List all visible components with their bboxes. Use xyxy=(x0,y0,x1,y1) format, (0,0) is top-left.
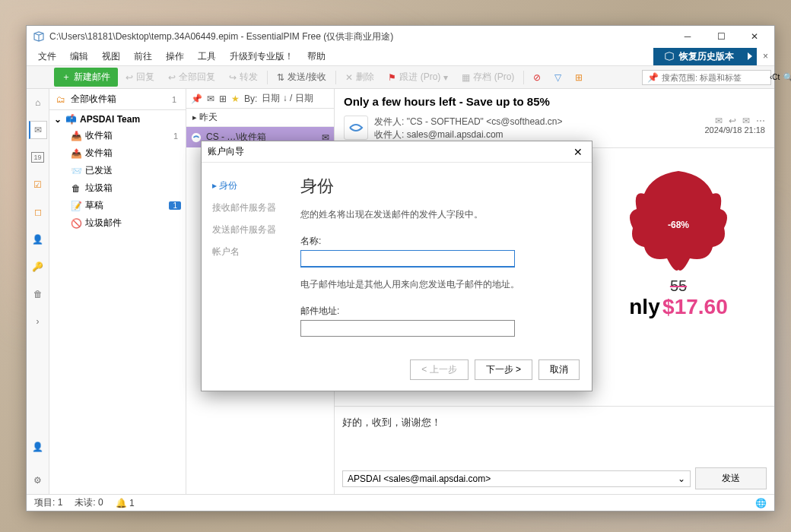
folder-trash[interactable]: 🗑垃圾箱 xyxy=(49,179,186,197)
globe-icon[interactable]: 🌐 xyxy=(755,498,767,508)
titlebar: C:\Users\18181\Desktop\temp.34A06449.epi… xyxy=(27,26,774,47)
prev-button[interactable]: < 上一步 xyxy=(410,359,468,380)
maximize-button[interactable]: ☐ xyxy=(704,27,738,46)
restore-history-button[interactable]: 恢复历史版本 xyxy=(653,48,757,65)
leaf-graphic: -68% xyxy=(614,163,743,277)
name-label: 名称: xyxy=(300,235,573,248)
svg-text:-68%: -68% xyxy=(668,220,689,230)
menu-tools[interactable]: 工具 xyxy=(191,48,223,65)
delete-button[interactable]: ✕删除 xyxy=(339,68,380,86)
envelope-icon[interactable]: ✉ xyxy=(207,93,214,104)
all-inbox-count: 1 xyxy=(172,95,179,104)
archive-button[interactable]: ▦存档 (Pro) xyxy=(456,68,520,86)
nav-user-icon[interactable]: 👤 xyxy=(29,438,47,456)
folder-drafts[interactable]: 📝草稿1 xyxy=(49,197,186,214)
wiz-nav-incoming[interactable]: 接收邮件服务器 xyxy=(212,197,300,219)
send-button[interactable]: 发送 xyxy=(695,467,767,489)
search-scope-icon[interactable]: ‹Ct xyxy=(770,73,780,81)
menu-view[interactable]: 视图 xyxy=(95,48,127,65)
email-input[interactable] xyxy=(300,320,515,337)
pin-icon[interactable]: 📌 xyxy=(191,93,202,104)
menu-upgrade[interactable]: 升级到专业版！ xyxy=(223,48,300,65)
draft-icon: 📝 xyxy=(71,201,81,211)
wiz-nav-account[interactable]: 帐户名 xyxy=(212,241,300,263)
close-button[interactable]: ✕ xyxy=(738,27,771,46)
preview-subject: Only a few hours left - Save up to 85% xyxy=(335,89,774,114)
menu-go[interactable]: 前往 xyxy=(127,48,159,65)
search-box[interactable]: 📌 ‹Ct 🔍 xyxy=(642,70,771,85)
preview-from: "CS - SOFTHEAD" <cs@softhead.cn> xyxy=(407,116,563,127)
reply-all-button[interactable]: ↩全部回复 xyxy=(162,68,221,86)
stack-icon: 🗂 xyxy=(56,94,66,105)
minimize-button[interactable]: ─ xyxy=(671,27,704,46)
msglist-header: 📌 ✉ ⊞ ★ By: 日期 ↓ / 日期 xyxy=(186,89,334,109)
preview-to: sales@mail.apsdai.com xyxy=(407,129,504,140)
send-receive-button[interactable]: ⇅发送/接收 xyxy=(271,68,332,86)
wiz-nav-identity[interactable]: 身份 xyxy=(212,175,300,197)
plus-icon: ＋ xyxy=(62,71,71,84)
next-button[interactable]: 下一步 > xyxy=(475,359,532,380)
menu-file[interactable]: 文件 xyxy=(31,48,63,65)
followup-button[interactable]: ⚑跟进 (Pro)▾ xyxy=(382,68,454,86)
inbox-icon: 📥 xyxy=(71,131,81,141)
sort-label[interactable]: 日期 ↓ / 日期 xyxy=(262,92,313,105)
nav-mail-icon[interactable]: ✉ xyxy=(29,121,47,139)
all-inboxes[interactable]: 🗂 全部收件箱 1 xyxy=(49,89,186,110)
trash-icon: 🗑 xyxy=(71,183,81,194)
menu-help[interactable]: 帮助 xyxy=(300,48,332,65)
app-icon xyxy=(33,30,45,43)
forward-button[interactable]: ↪转发 xyxy=(223,68,264,86)
nav-passwords-icon[interactable]: 🔑 xyxy=(29,258,47,276)
mailbox-icon: 📫 xyxy=(65,114,76,125)
nav-trash-icon[interactable]: 🗑 xyxy=(29,285,47,303)
reply-all-icon: ↩ xyxy=(168,72,176,83)
nav-calendar-icon[interactable]: 19 xyxy=(29,148,47,166)
nav-settings-icon[interactable]: ⚙ xyxy=(29,471,47,489)
from-select[interactable]: APSDAI <sales@mail.apsdai.com> ⌄ xyxy=(342,470,691,487)
status-unread: 未读: 0 xyxy=(75,496,103,509)
old-price: 55 xyxy=(670,277,687,294)
filter-button[interactable]: ▽ xyxy=(548,70,567,85)
search-icon[interactable]: 🔍 xyxy=(783,72,791,83)
by-label: By: xyxy=(244,93,257,104)
menu-edit[interactable]: 编辑 xyxy=(63,48,95,65)
account-root[interactable]: ⌄ 📫 APSDAI Team xyxy=(49,112,186,127)
menu-actions[interactable]: 操作 xyxy=(159,48,191,65)
account-wizard-dialog: 账户向导 ✕ 身份 接收邮件服务器 发送邮件服务器 帐户名 身份 您的姓名将出现… xyxy=(201,141,592,391)
columns-button[interactable]: ⊞ xyxy=(569,70,589,85)
block-button[interactable]: ⊘ xyxy=(527,70,547,85)
wizard-close-icon[interactable]: ✕ xyxy=(570,146,586,158)
flag-icon: ⚑ xyxy=(388,72,396,83)
msg-section[interactable]: ▸ 昨天 xyxy=(186,109,334,127)
preview-date: 2024/9/18 21:18 xyxy=(704,125,765,135)
new-mail-button[interactable]: ＋ 新建邮件 xyxy=(54,68,118,87)
reply-button[interactable]: ↩回复 xyxy=(119,68,160,86)
folder-pane: 🗂 全部收件箱 1 ⌄ 📫 APSDAI Team 📥收件箱1 📤发件箱 📨已发… xyxy=(49,89,186,494)
nav-contacts-icon[interactable]: 👤 xyxy=(29,230,47,249)
nav-tasks-icon[interactable]: ☑ xyxy=(29,176,47,194)
left-nav: ⌂ ✉ 19 ☑ ◻ 👤 🔑 🗑 › 👤 ⚙ xyxy=(27,89,49,494)
reply-text[interactable]: 好的，收到，谢谢您！ xyxy=(342,411,767,467)
search-input[interactable] xyxy=(662,73,767,82)
name-input[interactable] xyxy=(300,250,515,268)
wizard-heading: 身份 xyxy=(300,175,573,198)
wiz-nav-outgoing[interactable]: 发送邮件服务器 xyxy=(212,219,300,241)
cancel-button[interactable]: 取消 xyxy=(538,359,580,380)
restore-close-icon[interactable]: × xyxy=(757,49,774,64)
reply-area: 好的，收到，谢谢您！ APSDAI <sales@mail.apsdai.com… xyxy=(335,406,774,494)
grid-icon[interactable]: ⊞ xyxy=(219,93,227,104)
all-inbox-label: 全部收件箱 xyxy=(71,93,116,106)
folder-junk[interactable]: 🚫垃圾邮件 xyxy=(49,214,186,232)
folder-outbox[interactable]: 📤发件箱 xyxy=(49,144,186,162)
filter-icon: ▽ xyxy=(554,72,561,83)
nav-collapse-icon[interactable]: › xyxy=(29,312,47,331)
nav-home-icon[interactable]: ⌂ xyxy=(29,93,47,112)
nav-notes-icon[interactable]: ◻ xyxy=(29,203,47,221)
statusbar: 项目: 1 未读: 0 🔔 1 🌐 xyxy=(27,494,774,511)
avatar-icon xyxy=(191,132,202,143)
star-icon[interactable]: ★ xyxy=(231,93,240,104)
sync-icon: ⇅ xyxy=(277,72,284,83)
folder-inbox[interactable]: 📥收件箱1 xyxy=(49,127,186,144)
folder-sent[interactable]: 📨已发送 xyxy=(49,162,186,179)
wizard-desc1: 您的姓名将出现在发送邮件的发件人字段中。 xyxy=(300,208,573,221)
